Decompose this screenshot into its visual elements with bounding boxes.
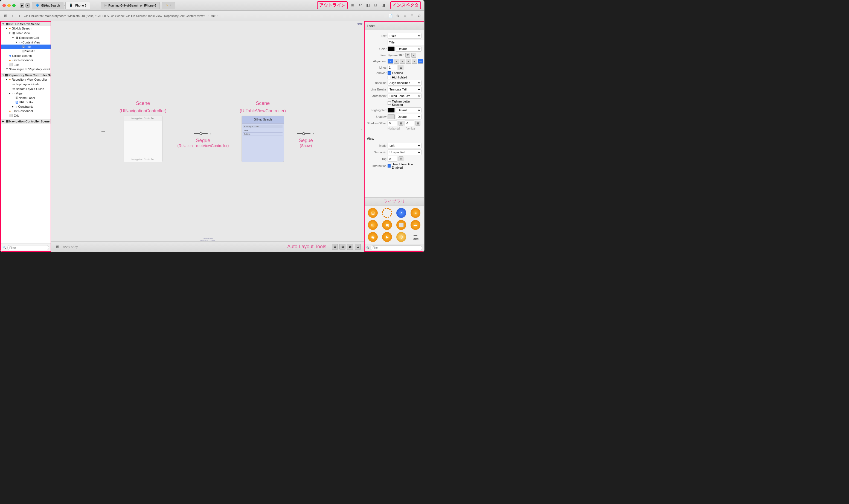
tree-exit2[interactable]: ⬜ Exit: [1, 113, 51, 118]
canvas-toggle-btn[interactable]: ⊞: [54, 244, 60, 250]
tree-top-layout[interactable]: ▭ Top Layout Guide: [1, 82, 51, 86]
insp-color-select[interactable]: Default: [396, 46, 421, 52]
insp-tighten-checkbox[interactable]: [387, 102, 391, 105]
insp-mode-select[interactable]: Left: [387, 143, 421, 148]
tree-bottom-layout[interactable]: ▭ Bottom Layout Guide: [1, 86, 51, 91]
insp-semantic-select[interactable]: Unspecified: [387, 149, 421, 155]
tree-url-button[interactable]: B URL Button: [1, 100, 51, 104]
grid-icon[interactable]: ⊞: [2, 13, 8, 19]
tree-title[interactable]: L Title: [1, 44, 51, 49]
insp-highlighted-checkbox[interactable]: [387, 76, 391, 79]
stop-button[interactable]: ■: [25, 3, 30, 8]
layout-tool-1[interactable]: ⊞: [332, 244, 338, 250]
tree-content-view[interactable]: ▼ ▭ Content View: [1, 40, 51, 44]
align-fill-btn[interactable]: —: [418, 59, 423, 64]
breadcrumb-githubsearch2[interactable]: GitHub Search: [126, 14, 145, 18]
breadcrumb-githubscene[interactable]: GitHub S...ch Scene: [97, 14, 124, 18]
insp-shadow-swatch[interactable]: [387, 114, 395, 119]
align-natural-btn[interactable]: ≡: [412, 59, 417, 64]
insp-shadow-v-stepper[interactable]: ⊞: [415, 121, 420, 126]
insp-text-type-select[interactable]: Plain Attributed: [387, 33, 421, 38]
tree-exit1[interactable]: ⬜ Exit: [1, 62, 51, 67]
close-button[interactable]: [2, 4, 6, 7]
github-frame[interactable]: GitHub Search Prototype Cells Title ›: [242, 115, 284, 162]
minimize-button[interactable]: [7, 4, 11, 7]
library-item-10[interactable]: ⬡: [395, 232, 408, 242]
tree-repo-vc-scene[interactable]: ▼ ▦ Repository View Controller Scene: [1, 73, 51, 77]
insp-highlighted-select[interactable]: Default: [396, 107, 421, 113]
align-right-btn[interactable]: ≡: [400, 59, 405, 64]
breadcrumb-L[interactable]: L: [205, 14, 207, 18]
filter-input[interactable]: [7, 245, 49, 250]
nav-frame[interactable]: Navigation Controller Navigation Control…: [124, 115, 162, 162]
library-item-5[interactable]: ▣: [380, 219, 394, 230]
insp-shadow-h-field[interactable]: [387, 121, 397, 126]
maximize-button[interactable]: [12, 4, 16, 7]
insp-autoshrink-select[interactable]: Fixed Font Size: [387, 93, 421, 99]
layout-tool-2[interactable]: ⊟: [340, 244, 345, 250]
tree-github-search-scene[interactable]: ▼ ▦ GitHub Search Scene: [1, 22, 51, 26]
tree-view[interactable]: ▼ ▭ View: [1, 91, 51, 96]
insp-highlighted-swatch[interactable]: [387, 108, 395, 113]
breadcrumb-mainbase[interactable]: Main.sto...rd (Base): [68, 14, 94, 18]
library-item-9[interactable]: ▶: [380, 232, 394, 242]
tab-running[interactable]: ▶ Running GitHubSearch on iPhone 6: [101, 2, 160, 9]
library-item-7[interactable]: ▬: [409, 219, 422, 230]
tree-repository-cell[interactable]: ▼ ▦ RepositoryCell: [1, 35, 51, 40]
align-left-btn[interactable]: ≡: [387, 59, 393, 64]
nav-forward-btn[interactable]: ›: [17, 13, 23, 19]
tree-first-responder1[interactable]: ● First Responder: [1, 58, 51, 62]
breadcrumb-githubsearch[interactable]: GitHubSearch: [24, 14, 43, 18]
insp-text-value-field[interactable]: [387, 40, 424, 45]
tab-warnings[interactable]: ⚠ 4: [162, 2, 175, 9]
layout-tool-3[interactable]: ⊠: [347, 244, 353, 250]
run-button[interactable]: ▶: [20, 3, 24, 8]
tree-first-responder2[interactable]: ● First Responder: [1, 109, 51, 113]
toolbar-toggle-btn[interactable]: ⊟: [374, 3, 379, 8]
insp-lines-field[interactable]: [387, 65, 397, 70]
tree-github-search[interactable]: ▼ ● GitHub Search: [1, 26, 51, 31]
library-filter-input[interactable]: [370, 246, 422, 250]
align-justify-btn[interactable]: ≡: [405, 59, 411, 64]
tree-subtitle[interactable]: L Subtitle: [1, 49, 51, 53]
inspector-file-btn[interactable]: 📄: [387, 13, 394, 19]
breadcrumb-mainstoryboard[interactable]: Main.storyboard: [45, 14, 66, 18]
tree-repo-vc[interactable]: ▼ ● Repository View Controller: [1, 77, 51, 82]
tree-name-label[interactable]: L Name Label: [1, 96, 51, 100]
breadcrumb-contentview[interactable]: Content View: [186, 14, 204, 18]
tab-iphone6[interactable]: 📱 iPhone 6: [65, 2, 90, 9]
insp-lines-stepper[interactable]: ⊞: [399, 65, 403, 70]
breadcrumb-tableview[interactable]: Table View: [148, 14, 162, 18]
tree-segue[interactable]: ⊙ Show segue to "Repository View C...": [1, 67, 51, 72]
insp-tag-field[interactable]: [387, 156, 397, 162]
insp-font-T-btn[interactable]: T: [405, 53, 410, 58]
library-item-2[interactable]: ‹: [395, 208, 408, 218]
library-item-1[interactable]: ⊞: [380, 208, 394, 218]
library-item-8[interactable]: ◉: [366, 232, 379, 242]
sidebar-toggle-btn[interactable]: ◧: [366, 3, 372, 8]
library-item-4[interactable]: ⊞: [366, 219, 379, 230]
insp-shadow-v-field[interactable]: [404, 121, 414, 126]
split-view-btn[interactable]: ⊞: [351, 3, 357, 8]
inspector-attr-btn[interactable]: ≡: [402, 13, 408, 19]
back-btn[interactable]: ↩: [359, 3, 364, 8]
insp-font-stepper-up[interactable]: ▲: [411, 53, 416, 58]
insp-enabled-checkbox[interactable]: [387, 71, 391, 75]
nav-back-btn[interactable]: ‹: [10, 13, 16, 19]
insp-interaction-checkbox[interactable]: [387, 164, 391, 167]
insp-linebreaks-select[interactable]: Truncate Tail: [387, 87, 421, 92]
library-item-11[interactable]: — Label: [409, 232, 422, 242]
insp-color-swatch[interactable]: [387, 47, 395, 51]
align-center-btn[interactable]: ≡: [394, 59, 399, 64]
tree-constraints[interactable]: ▶ ≡ Constraints: [1, 104, 51, 109]
inspector-connect-btn[interactable]: ⊙: [416, 13, 422, 19]
tree-nav-controller-scene[interactable]: ▶ ▦ Navigation Controller Scene: [1, 119, 51, 124]
tab-githubsearch[interactable]: 🔷 GitHubSearch: [32, 2, 64, 9]
insp-shadow-select[interactable]: Default: [396, 114, 421, 120]
breadcrumb-title[interactable]: Title: [209, 14, 215, 18]
inspector-identity-btn[interactable]: ⊕: [395, 13, 401, 19]
library-item-6[interactable]: ⬜: [395, 219, 408, 230]
layout-tool-4[interactable]: ⊡: [355, 244, 361, 250]
tree-github-search-ref[interactable]: ◆ GitHub Search: [1, 53, 51, 58]
insp-tag-stepper[interactable]: ⊞: [399, 156, 403, 161]
